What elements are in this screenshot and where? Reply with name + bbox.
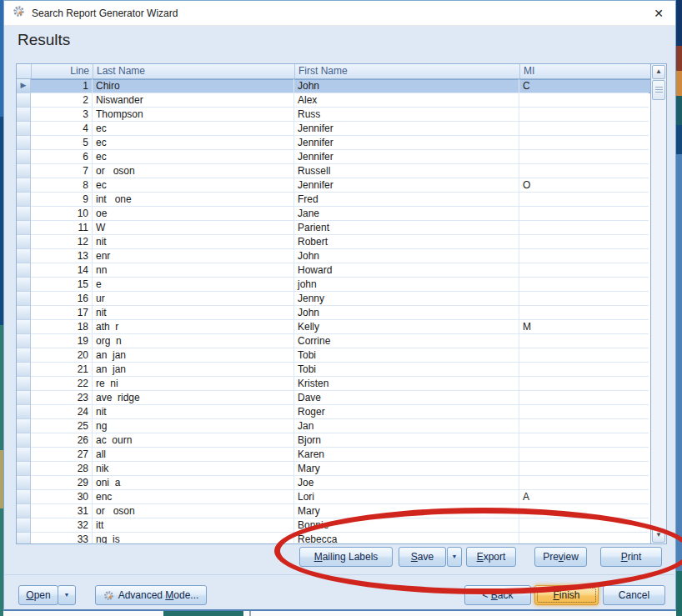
- table-row[interactable]: 19org nCorrine: [17, 334, 650, 348]
- save-button[interactable]: Save: [399, 547, 446, 567]
- table-row[interactable]: 11WParient: [17, 221, 650, 235]
- print-button[interactable]: Print: [600, 547, 662, 567]
- row-selector[interactable]: [17, 377, 31, 391]
- table-row[interactable]: 8ecJenniferO: [17, 178, 650, 193]
- table-row[interactable]: 13enrJohn: [17, 249, 650, 263]
- row-selector[interactable]: [17, 348, 31, 363]
- table-row[interactable]: 28nikMary: [17, 462, 650, 476]
- header-last-name[interactable]: Last Name: [93, 64, 294, 78]
- row-selector[interactable]: [17, 504, 31, 518]
- mailing-labels-button[interactable]: Mailing Labels: [299, 547, 393, 567]
- row-selector[interactable]: [17, 207, 31, 221]
- table-row[interactable]: 16urJenny: [17, 292, 650, 306]
- cancel-button[interactable]: Cancel: [603, 585, 665, 605]
- row-selector[interactable]: [17, 178, 31, 193]
- scrollbar-track[interactable]: [651, 100, 666, 528]
- table-row[interactable]: 24nitRoger: [17, 405, 650, 419]
- row-selector[interactable]: [17, 249, 31, 263]
- table-row[interactable]: 5ecJennifer: [17, 136, 650, 150]
- table-row[interactable]: 18ath rKellyM: [17, 320, 650, 334]
- row-selector[interactable]: [17, 533, 31, 543]
- row-selector[interactable]: [17, 490, 31, 504]
- row-selector[interactable]: [17, 136, 31, 150]
- table-body: ▶1ChiroJohnC2NiswanderAlex3ThompsonRuss4…: [17, 79, 650, 543]
- finish-button[interactable]: Finish: [534, 585, 599, 605]
- row-selector[interactable]: [17, 462, 31, 476]
- row-selector[interactable]: [17, 278, 31, 292]
- row-selector[interactable]: [17, 263, 31, 278]
- cell-line: 17: [31, 306, 93, 320]
- header-mi[interactable]: MI: [519, 64, 649, 78]
- table-row[interactable]: 15ejohn: [17, 278, 650, 292]
- cell-first-name: Mary: [294, 462, 519, 476]
- table-row[interactable]: 21an janTobi: [17, 363, 650, 377]
- table-row[interactable]: 31or osonMary: [17, 504, 650, 518]
- row-selector[interactable]: [17, 391, 31, 405]
- desktop-edge-right: [676, 0, 682, 616]
- cell-first-name: Jenny: [294, 292, 519, 306]
- header-line[interactable]: Line: [31, 64, 93, 78]
- table-row[interactable]: 3ThompsonRuss: [17, 108, 650, 122]
- row-selector[interactable]: [17, 292, 31, 306]
- cell-mi: [519, 377, 649, 391]
- advanced-mode-button[interactable]: Advanced Mode...: [95, 585, 207, 605]
- table-row[interactable]: 27allKaren: [17, 448, 650, 462]
- row-selector[interactable]: [17, 93, 31, 108]
- row-selector[interactable]: [17, 334, 31, 348]
- vertical-scrollbar[interactable]: ▲ ▼: [650, 64, 666, 543]
- scroll-up-icon[interactable]: ▲: [652, 65, 665, 79]
- row-selector[interactable]: [17, 306, 31, 320]
- row-pointer-icon[interactable]: ▶: [17, 79, 31, 93]
- table-row[interactable]: 23ave ridgeDave: [17, 391, 650, 405]
- table-row[interactable]: 6ecJennifer: [17, 150, 650, 164]
- table-row[interactable]: 33ng isRebecca: [17, 533, 650, 543]
- table-row[interactable]: 7or osonRussell: [17, 164, 650, 178]
- app-gear-icon: [13, 5, 25, 21]
- table-row[interactable]: 17nitJohn: [17, 306, 650, 320]
- close-icon[interactable]: ✕: [650, 6, 667, 22]
- export-button[interactable]: Export: [466, 547, 516, 567]
- preview-button[interactable]: Preview: [534, 547, 587, 567]
- row-selector[interactable]: [17, 150, 31, 164]
- table-row[interactable]: 20an janTobi: [17, 348, 650, 363]
- row-selector[interactable]: [17, 419, 31, 433]
- table-row[interactable]: 4ecJennifer: [17, 122, 650, 136]
- save-dropdown-icon[interactable]: ▼: [447, 547, 462, 567]
- row-selector[interactable]: [17, 476, 31, 490]
- table-row[interactable]: 30encLoriA: [17, 490, 650, 504]
- back-button[interactable]: < Back: [464, 585, 531, 605]
- table-row[interactable]: 32ittBonnie: [17, 518, 650, 533]
- row-selector[interactable]: [17, 320, 31, 334]
- row-selector[interactable]: [17, 221, 31, 235]
- cell-mi: [519, 306, 649, 320]
- scroll-down-icon[interactable]: ▼: [652, 528, 665, 543]
- open-dropdown-icon[interactable]: ▼: [58, 585, 76, 605]
- row-selector[interactable]: [17, 363, 31, 377]
- row-selector[interactable]: [17, 235, 31, 249]
- scrollbar-thumb[interactable]: [652, 80, 665, 100]
- row-selector[interactable]: [17, 108, 31, 122]
- table-row[interactable]: 29oni aJoe: [17, 476, 650, 490]
- table-row[interactable]: 14nnHoward: [17, 263, 650, 278]
- row-selector[interactable]: [17, 164, 31, 178]
- cell-mi: [519, 391, 649, 405]
- row-selector[interactable]: [17, 405, 31, 419]
- table-row[interactable]: ▶1ChiroJohnC: [17, 79, 650, 93]
- row-selector[interactable]: [17, 518, 31, 533]
- table-row[interactable]: 12nitRobert: [17, 235, 650, 249]
- cell-first-name: Roger: [294, 405, 519, 419]
- table-row[interactable]: 26ac ournBjorn: [17, 433, 650, 448]
- header-first-name[interactable]: First Name: [294, 64, 519, 78]
- row-selector[interactable]: [17, 122, 31, 136]
- table-row[interactable]: 25ngJan: [17, 419, 650, 433]
- table-row[interactable]: 2NiswanderAlex: [17, 93, 650, 108]
- cell-first-name: Corrine: [294, 334, 519, 348]
- row-selector[interactable]: [17, 433, 31, 448]
- open-button[interactable]: Open: [18, 585, 58, 605]
- table-row[interactable]: 9int oneFred: [17, 193, 650, 207]
- row-selector[interactable]: [17, 193, 31, 207]
- cell-line: 20: [31, 348, 93, 363]
- table-row[interactable]: 10oeJane: [17, 207, 650, 221]
- table-row[interactable]: 22re niKristen: [17, 377, 650, 391]
- row-selector[interactable]: [17, 448, 31, 462]
